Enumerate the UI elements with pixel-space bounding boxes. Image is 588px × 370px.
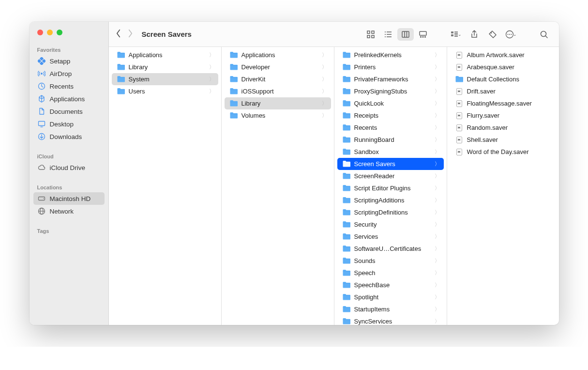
- folder-item[interactable]: ProxySigningStubs〉: [337, 85, 444, 97]
- sidebar-item-label: Applications: [50, 95, 85, 103]
- folder-item[interactable]: Applications〉: [112, 49, 218, 61]
- folder-icon: [342, 257, 351, 264]
- folder-item[interactable]: Sounds〉: [337, 255, 444, 267]
- folder-item[interactable]: System〉: [112, 73, 218, 85]
- group-by-button[interactable]: ⌄: [448, 28, 464, 41]
- folder-item[interactable]: SoftwareU…Certificates〉: [337, 243, 444, 255]
- sidebar-section-label: Tags: [30, 224, 108, 236]
- folder-item[interactable]: SpeechBase〉: [337, 279, 444, 291]
- folder-item[interactable]: Spotlight〉: [337, 291, 444, 303]
- item-label: Speech: [354, 269, 431, 277]
- folder-item[interactable]: QuickLook〉: [337, 97, 444, 109]
- folder-item[interactable]: StartupItems〉: [337, 303, 444, 315]
- column-2: Applications〉Developer〉DriverKit〉iOSSupp…: [222, 47, 334, 325]
- chevron-right-icon: 〉: [435, 281, 440, 289]
- sidebar-item-macintosh-hd[interactable]: Macintosh HD: [33, 192, 105, 205]
- chevron-right-icon: 〉: [209, 51, 214, 59]
- sidebar-item-applications[interactable]: Applications: [33, 92, 105, 105]
- sidebar-item-icloud-drive[interactable]: iCloud Drive: [33, 161, 105, 174]
- folder-item[interactable]: PrelinkedKernels〉: [337, 49, 444, 61]
- folder-item[interactable]: Users〉: [112, 85, 218, 97]
- forward-button[interactable]: [128, 29, 133, 39]
- file-item[interactable]: Word of the Day.saver: [450, 146, 556, 158]
- item-label: Screen Savers: [354, 160, 431, 168]
- item-label: ProxySigningStubs: [354, 88, 431, 95]
- folder-item[interactable]: Receipts〉: [337, 109, 444, 122]
- sidebar-item-network[interactable]: Network: [33, 205, 105, 217]
- sidebar-item-recents[interactable]: Recents: [33, 80, 105, 92]
- folder-item[interactable]: ScriptingDefinitions〉: [337, 206, 444, 218]
- chevron-right-icon: 〉: [435, 51, 440, 59]
- folder-item[interactable]: SyncServices〉: [337, 315, 444, 325]
- sidebar-item-downloads[interactable]: Downloads: [33, 130, 105, 143]
- folder-item[interactable]: Speech〉: [337, 267, 444, 279]
- folder-item[interactable]: Volumes〉: [225, 109, 331, 122]
- more-actions-button[interactable]: ⌄: [503, 28, 519, 41]
- chevron-right-icon: 〉: [435, 197, 440, 204]
- share-button[interactable]: [466, 28, 482, 41]
- file-item[interactable]: Album Artwork.saver: [450, 49, 556, 61]
- folder-icon: [342, 185, 351, 192]
- view-mode-group: [362, 28, 431, 41]
- folder-item[interactable]: ScreenReader〉: [337, 170, 444, 182]
- folder-item[interactable]: DriverKit〉: [225, 73, 331, 85]
- close-button[interactable]: [37, 30, 43, 35]
- sidebar-item-documents[interactable]: Documents: [33, 105, 105, 118]
- folder-item[interactable]: Sandbox〉: [337, 146, 444, 158]
- chevron-right-icon: 〉: [435, 257, 440, 264]
- item-label: ScriptingAdditions: [354, 197, 431, 204]
- folder-icon: [342, 63, 351, 71]
- folder-item[interactable]: Library〉: [225, 97, 331, 109]
- folder-item[interactable]: Services〉: [337, 231, 444, 243]
- folder-item[interactable]: Printers〉: [337, 61, 444, 73]
- search-button[interactable]: [536, 28, 552, 41]
- folder-icon: [342, 197, 351, 204]
- folder-icon: [342, 112, 351, 119]
- folder-icon: [117, 88, 125, 95]
- file-item[interactable]: Random.saver: [450, 122, 556, 134]
- sidebar-item-setapp[interactable]: Setapp: [33, 55, 105, 67]
- chevron-right-icon: 〉: [435, 185, 440, 192]
- folder-item[interactable]: Default Collections: [450, 73, 556, 85]
- chevron-right-icon: 〉: [435, 148, 440, 155]
- folder-item[interactable]: Applications〉: [225, 49, 331, 61]
- minimize-button[interactable]: [47, 30, 53, 35]
- file-item[interactable]: Shell.saver: [450, 134, 556, 146]
- folder-icon: [117, 63, 125, 71]
- icon-view-button[interactable]: [362, 28, 379, 41]
- folder-item[interactable]: Script Editor Plugins〉: [337, 182, 444, 194]
- folder-item[interactable]: RunningBoard〉: [337, 134, 444, 146]
- folder-item[interactable]: Screen Savers〉: [337, 158, 444, 170]
- column-view-button[interactable]: [397, 28, 414, 41]
- chevron-right-icon: 〉: [322, 88, 327, 95]
- chevron-right-icon: 〉: [322, 76, 327, 83]
- folder-item[interactable]: Library〉: [112, 61, 218, 73]
- gallery-view-button[interactable]: [415, 28, 431, 41]
- list-view-button[interactable]: [380, 28, 396, 41]
- folder-item[interactable]: PrivateFrameworks〉: [337, 73, 444, 85]
- folder-item[interactable]: iOSSupport〉: [225, 85, 331, 97]
- sidebar-item-desktop[interactable]: Desktop: [33, 118, 105, 130]
- file-item[interactable]: Drift.saver: [450, 85, 556, 97]
- folder-icon: [229, 76, 238, 83]
- item-label: PrelinkedKernels: [354, 51, 431, 59]
- file-item[interactable]: FloatingMessage.saver: [450, 97, 556, 109]
- folder-item[interactable]: Recents〉: [337, 122, 444, 134]
- file-item[interactable]: Flurry.saver: [450, 109, 556, 122]
- folder-item[interactable]: Security〉: [337, 218, 444, 231]
- sidebar-item-airdrop[interactable]: AirDrop: [33, 67, 105, 80]
- back-button[interactable]: [116, 29, 121, 39]
- sidebar-item-label: Recents: [50, 83, 74, 90]
- folder-icon: [342, 172, 351, 180]
- item-label: DriverKit: [241, 76, 318, 83]
- zoom-button[interactable]: [57, 30, 62, 35]
- file-item[interactable]: Arabesque.saver: [450, 61, 556, 73]
- folder-icon: [342, 51, 351, 59]
- folder-item[interactable]: Developer〉: [225, 61, 331, 73]
- tags-button[interactable]: [484, 28, 501, 41]
- folder-icon: [342, 209, 351, 216]
- folder-item[interactable]: ScriptingAdditions〉: [337, 194, 444, 206]
- file-icon: [455, 111, 464, 120]
- chevron-right-icon: 〉: [435, 88, 440, 95]
- item-label: Receipts: [354, 112, 431, 119]
